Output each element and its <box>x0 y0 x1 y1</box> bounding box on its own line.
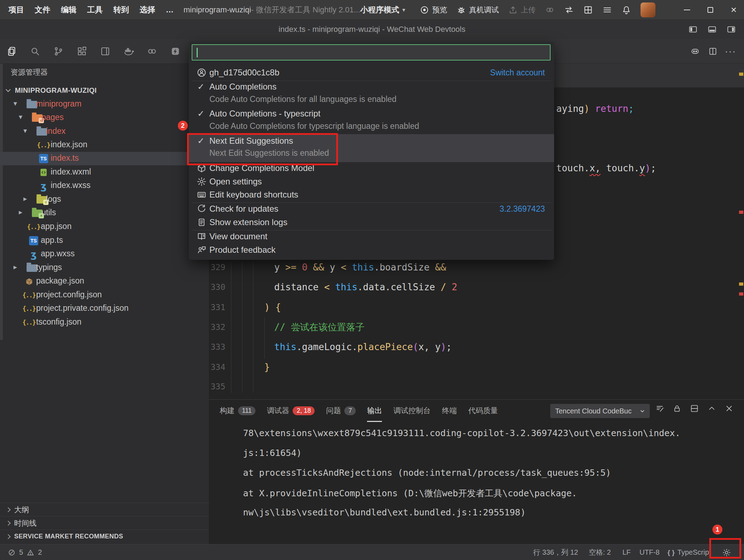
git-branch-icon[interactable] <box>52 45 65 58</box>
tree-item-label: project.config.json <box>36 290 102 299</box>
tree-item-index-json[interactable]: {..}index.json <box>0 138 209 152</box>
tree-item-project-config-json[interactable]: {..}project.config.json <box>0 288 209 302</box>
menu-item-auto-completions-typescript[interactable]: ✓Auto Completions - typescript <box>189 107 554 120</box>
status-item-0[interactable]: 行 336，列 12 <box>533 544 578 560</box>
panel-tab-输出[interactable]: 输出 <box>367 399 382 422</box>
tree-item-project-private-config-json[interactable]: {..}project.private.config.json <box>0 302 209 315</box>
tree-item-index-wxml[interactable]: index.wxml <box>0 166 209 179</box>
menu-item-6[interactable]: … <box>166 5 174 15</box>
chevron-down-icon <box>638 407 646 415</box>
menu-item-check-for-updates[interactable]: Check for updates3.2.3697423 <box>189 202 554 216</box>
chevron-up-icon[interactable] <box>706 403 717 414</box>
explorer-root-row[interactable]: MINIPROGRAM-WUZIQI <box>0 84 209 97</box>
gear-icon <box>197 177 207 187</box>
infinity-icon[interactable] <box>145 45 159 58</box>
bell-button[interactable] <box>621 5 631 15</box>
status-item-1[interactable]: 空格: 2 <box>589 544 611 560</box>
panel-tab-代码质量[interactable]: 代码质量 <box>468 399 498 422</box>
tree-item-utils[interactable]: ▸+utils <box>0 206 209 220</box>
hamburger-button[interactable] <box>602 5 612 15</box>
tree-item-package-json[interactable]: package.json <box>0 275 209 288</box>
output-source-label: Tencent Cloud CodeBuc <box>555 407 632 415</box>
menu-item-auto-completions[interactable]: ✓Auto Completions <box>189 80 554 93</box>
close-button[interactable]: × <box>729 5 738 15</box>
panel-tab-终端[interactable]: 终端 <box>442 399 457 422</box>
menu-item-product-feedback[interactable]: Product feedback <box>189 243 554 257</box>
target-button[interactable]: 预览 <box>419 5 447 15</box>
status-item-2[interactable]: LF <box>622 544 631 560</box>
panel-tab-调试控制台[interactable]: 调试控制台 <box>393 399 430 422</box>
output-line-1: js:1:61654) <box>243 448 302 458</box>
copilot-search-input[interactable] <box>192 44 551 61</box>
menu-item-label: gh_d175d00c1c8b <box>209 68 280 78</box>
menu-item-show-extension-logs[interactable]: Show extension logs <box>189 216 554 229</box>
tree-item-index-wxss[interactable]: ʒindex.wxss <box>0 179 209 193</box>
menu-item-2[interactable]: 编辑 <box>61 5 77 15</box>
tree-item-app-wxss[interactable]: ʒapp.wxss <box>0 247 209 261</box>
menu-item-0[interactable]: 项目 <box>9 5 24 15</box>
arrow-collapsed-icon: ▸ <box>23 194 27 203</box>
sidebar-section-label: 时间线 <box>14 518 36 528</box>
output-source-select[interactable]: Tencent Cloud CodeBuc <box>550 404 650 418</box>
extensions-icon[interactable] <box>75 45 89 58</box>
maximize-button[interactable] <box>706 5 715 15</box>
tree-item-app-json[interactable]: {..}app.json <box>0 220 209 234</box>
layout-panel-icon[interactable] <box>706 24 718 35</box>
menu-item-4[interactable]: 转到 <box>113 5 129 15</box>
tree-item-logs[interactable]: ▸≡logs <box>0 193 209 206</box>
lock-icon[interactable] <box>671 403 683 414</box>
open-panel-icon[interactable] <box>689 403 700 414</box>
sidebar-section-1[interactable]: 时间线 <box>0 516 209 530</box>
menu-item-open-settings[interactable]: Open settings <box>189 175 554 188</box>
docker-icon[interactable] <box>122 45 135 58</box>
copilot-icon[interactable] <box>689 46 701 57</box>
menu-item-1[interactable]: 文件 <box>35 5 50 15</box>
menu-item-gh-d175d00c1c8b[interactable]: gh_d175d00c1c8bSwitch account <box>189 66 554 79</box>
problems-status[interactable]: 5 2 <box>8 544 42 560</box>
menu-item-3[interactable]: 工具 <box>87 5 103 15</box>
split-editor-icon[interactable] <box>707 46 718 57</box>
switch-account-link[interactable]: Switch account <box>490 68 545 78</box>
layout-sidebar-right-icon[interactable] <box>726 24 737 35</box>
tree-item-app-ts[interactable]: TSapp.ts <box>0 234 209 247</box>
tree-item-pages[interactable]: ▾‹›pages <box>0 111 209 125</box>
shield-bolt-icon[interactable] <box>169 45 182 58</box>
sidebar-section-2[interactable]: SERVICE MARKET RECOMMENDS <box>0 530 209 543</box>
tree-item-label: typings <box>36 263 62 272</box>
rings-button[interactable] <box>545 5 555 15</box>
json-file-icon: {..} <box>24 304 34 314</box>
clear-output-icon[interactable] <box>654 403 665 414</box>
menu-item-label: Product feedback <box>209 245 276 255</box>
layout-sidebar-left-icon[interactable] <box>687 24 699 35</box>
status-item-4[interactable]: { }TypeScript <box>667 544 711 560</box>
grid-button[interactable] <box>583 5 593 15</box>
tree-item-tsconfig-json[interactable]: {..}tsconfig.json <box>0 316 209 329</box>
more-icon[interactable]: ··· <box>725 46 736 57</box>
bug-button[interactable]: 真机调试 <box>456 5 499 15</box>
user-avatar[interactable] <box>641 2 655 17</box>
checkmark-icon: ✓ <box>197 109 204 119</box>
window-split-icon[interactable] <box>98 45 112 58</box>
menu-item-edit-keyboard-shortcuts[interactable]: Edit keyboard shortcuts <box>189 188 554 201</box>
status-item-3[interactable]: UTF-8 <box>639 544 660 560</box>
json-file-icon: {..} <box>24 290 34 300</box>
panel-tab-调试器[interactable]: 调试器2, 18 <box>267 399 315 422</box>
minimize-button[interactable] <box>682 5 692 15</box>
upload-button[interactable]: 上传 <box>508 5 536 15</box>
search-icon[interactable] <box>28 45 42 58</box>
sidebar-section-0[interactable]: 大纲 <box>0 503 209 516</box>
tree-item-typings[interactable]: ▸typings <box>0 261 209 275</box>
tree-item-miniprogram[interactable]: ▾miniprogram <box>0 98 209 111</box>
tree-item-index-ts[interactable]: TSindex.ts <box>0 152 209 165</box>
chevron-down-icon <box>6 87 11 92</box>
panel-tab-构建[interactable]: 构建111 <box>220 399 255 422</box>
close-icon[interactable] <box>723 403 735 414</box>
menu-item-view-document[interactable]: View document <box>189 230 554 243</box>
mode-selector[interactable]: 小程序模式 <box>360 5 399 15</box>
folder-icon: + <box>32 210 43 217</box>
layout-toggle-icons <box>687 20 737 39</box>
swap-button[interactable] <box>564 5 574 15</box>
panel-tab-问题[interactable]: 问题7 <box>326 399 356 422</box>
menu-item-5[interactable]: 选择 <box>140 5 155 15</box>
files-icon[interactable] <box>5 45 18 58</box>
